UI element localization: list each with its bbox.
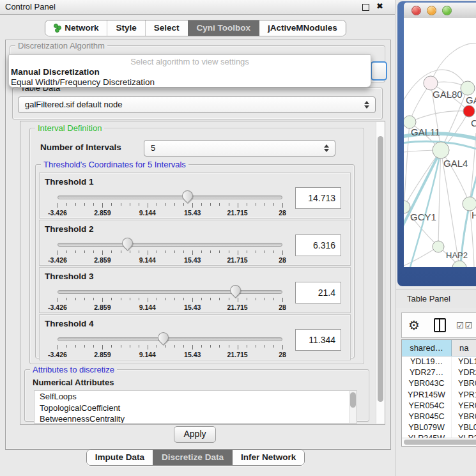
column-header-shared-name[interactable]: shared… xyxy=(402,340,452,356)
slider-tick-label: 9.144 xyxy=(139,256,156,264)
table-row[interactable]: YDR27… YDR2 xyxy=(402,367,476,378)
attribute-list-item[interactable]: SelfLoops xyxy=(35,391,357,403)
threshold-value-field[interactable]: 6.316 xyxy=(295,234,341,256)
network-node-hap2[interactable] xyxy=(433,241,444,252)
node-table[interactable]: shared… na YDL19… YDL1 YDR27… YDR2 YBR04… xyxy=(401,339,476,447)
slider-thumb[interactable] xyxy=(156,330,171,345)
network-node-gal4[interactable] xyxy=(433,142,449,158)
threshold-value-field[interactable]: 14.713 xyxy=(295,187,341,209)
network-node-c[interactable] xyxy=(463,105,475,117)
slider-tick-label: -3.426 xyxy=(48,351,67,358)
dropdown-option-manual-discretization[interactable]: Manual Discretization xyxy=(9,67,371,77)
table-hscrollbar-thumb[interactable] xyxy=(404,440,476,445)
algorithm-combo-focus-ring[interactable] xyxy=(371,61,387,81)
table-row[interactable]: YBR045C YBR0 xyxy=(402,411,476,422)
threshold-slider[interactable]: -3.4262.8599.14415.4321.71528 xyxy=(58,238,282,264)
cell-shared-name[interactable]: YBR043C xyxy=(402,378,452,389)
slider-track[interactable] xyxy=(58,243,282,247)
cell-name[interactable]: YBL0 xyxy=(452,422,476,433)
slider-tick-label: 21.715 xyxy=(227,209,248,217)
threshold-slider[interactable]: -3.4262.8599.14415.4321.71528 xyxy=(58,191,282,217)
list-scrollbar[interactable] xyxy=(349,391,357,423)
tab-style[interactable]: Style xyxy=(107,20,144,36)
threshold-slider[interactable]: -3.4262.8599.14415.4321.71528 xyxy=(58,333,282,358)
cell-shared-name[interactable]: YBL079W xyxy=(402,422,452,433)
cell-name[interactable]: YPR1 xyxy=(452,390,476,401)
select-columns-icon[interactable]: ☑☑ xyxy=(456,321,473,330)
tab-cyni-toolbox[interactable]: Cyni Toolbox xyxy=(188,20,259,36)
slider-thumb[interactable] xyxy=(120,235,135,250)
number-of-intervals-value: 5 xyxy=(151,143,155,153)
network-node-gal80[interactable] xyxy=(424,76,438,90)
slider-tick xyxy=(121,345,121,348)
slider-tick xyxy=(256,345,256,348)
panel-scrollbar[interactable] xyxy=(376,122,385,424)
zoom-traffic-light-icon[interactable] xyxy=(442,6,452,15)
combo-stepper-icon[interactable] xyxy=(324,144,329,152)
slider-track[interactable] xyxy=(58,337,282,341)
number-of-intervals-label: Number of Intervals xyxy=(40,142,121,152)
column-layout-icon[interactable] xyxy=(434,318,446,332)
slider-tick xyxy=(148,298,148,302)
table-row[interactable]: YBR043C YBR0 xyxy=(402,378,476,389)
slider-tick xyxy=(201,203,202,206)
tab-discretize-data[interactable]: Discretize Data xyxy=(153,450,232,465)
threshold-slider[interactable]: -3.4262.8599.14415.4321.71528 xyxy=(58,286,282,311)
slider-tick-label: 15.43 xyxy=(184,303,201,311)
tab-network[interactable]: Network xyxy=(45,20,107,36)
cell-shared-name[interactable]: YER054C xyxy=(402,401,452,411)
number-of-intervals-combobox[interactable]: 5 xyxy=(144,140,335,157)
attribute-list-item[interactable]: BetweennessCentrality xyxy=(35,413,357,424)
table-row[interactable]: YBL079W YBL0 xyxy=(402,422,476,433)
network-node-h[interactable] xyxy=(463,197,476,211)
network-canvas[interactable]: GAL80GACGAL11GAL4GCY1HHAP2 xyxy=(404,18,476,267)
cell-name[interactable]: YDR2 xyxy=(452,367,476,378)
tab-impute-data[interactable]: Impute Data xyxy=(87,450,153,465)
tab-select[interactable]: Select xyxy=(145,20,188,36)
gear-icon[interactable]: ⚙ xyxy=(408,319,420,332)
dropdown-option-equal-width[interactable]: Equal Width/Frequency Discretization xyxy=(9,77,371,88)
slider-tick xyxy=(210,250,211,253)
slider-thumb[interactable] xyxy=(228,282,243,298)
slider-tick xyxy=(273,298,274,300)
network-edge xyxy=(438,150,441,247)
cell-name[interactable]: YER0 xyxy=(452,401,476,411)
table-horizontal-scrollbar[interactable] xyxy=(402,438,476,446)
cell-name[interactable]: YDL1 xyxy=(452,357,476,367)
slider-tick xyxy=(183,298,184,300)
cell-shared-name[interactable]: YDR27… xyxy=(402,367,452,378)
float-window-icon[interactable] xyxy=(362,4,369,11)
numerical-attributes-list[interactable]: SelfLoopsTopologicalCoefficientBetweenne… xyxy=(34,390,357,424)
close-icon[interactable]: ✖ xyxy=(376,1,383,11)
slider-track[interactable] xyxy=(58,196,282,199)
slider-track[interactable] xyxy=(58,290,282,294)
cell-shared-name[interactable]: YBR045C xyxy=(402,411,452,422)
cell-shared-name[interactable]: YPR145W xyxy=(402,390,452,401)
slider-tick-label: 2.859 xyxy=(94,209,111,217)
dropdown-prompt[interactable]: Select algorithm to view settings xyxy=(9,55,371,67)
attribute-list-item[interactable]: TopologicalCoefficient xyxy=(35,403,357,414)
interval-definition-group: Interval Definition Number of Intervals … xyxy=(29,128,364,364)
tab-jactivemnodules[interactable]: jActiveMNodules xyxy=(259,20,346,36)
close-traffic-light-icon[interactable] xyxy=(411,6,421,15)
network-node-ga[interactable] xyxy=(461,81,475,95)
slider-thumb[interactable] xyxy=(180,188,196,203)
tab-infer-network[interactable]: Infer Network xyxy=(232,450,304,465)
table-row[interactable]: YPR145W YPR1 xyxy=(402,390,476,401)
apply-button[interactable]: Apply xyxy=(174,426,216,443)
combo-stepper-icon[interactable] xyxy=(364,101,369,109)
table-data-combobox[interactable]: galFiltered.sif default node xyxy=(18,96,376,113)
panel-scrollbar-thumb[interactable] xyxy=(378,136,383,402)
slider-tick xyxy=(273,250,274,253)
table-row[interactable]: YER054C YER0 xyxy=(402,401,476,411)
list-scrollbar-thumb[interactable] xyxy=(350,392,356,408)
threshold-value-field[interactable]: 11.344 xyxy=(295,329,341,351)
node-label: GAL4 xyxy=(443,158,468,169)
cell-name[interactable]: YBR0 xyxy=(452,411,476,422)
column-header-name[interactable]: na xyxy=(452,340,476,356)
table-row[interactable]: YDL19… YDL1 xyxy=(402,357,476,367)
cell-shared-name[interactable]: YDL19… xyxy=(402,357,452,367)
minimize-traffic-light-icon[interactable] xyxy=(427,6,436,15)
threshold-value-field[interactable]: 21.4 xyxy=(295,282,341,303)
cell-name[interactable]: YBR0 xyxy=(452,378,476,389)
